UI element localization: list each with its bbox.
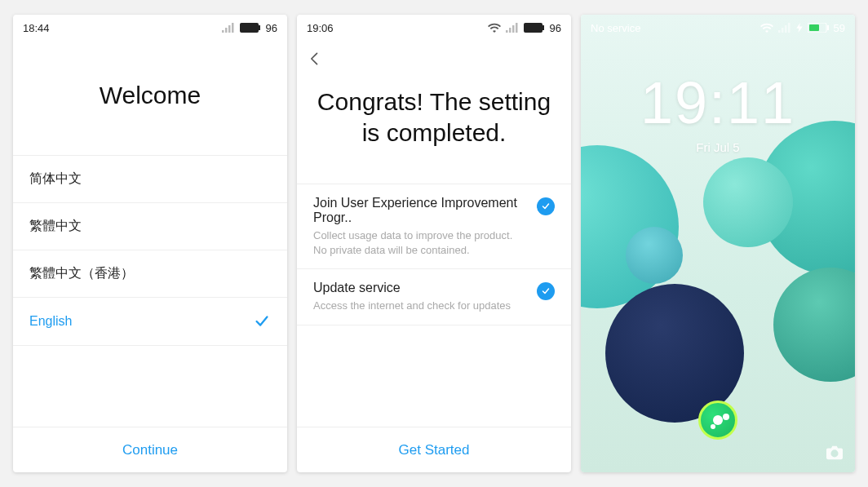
lock-clock: 19:11 bbox=[581, 73, 855, 132]
svg-rect-11 bbox=[524, 23, 542, 33]
svg-rect-0 bbox=[222, 30, 224, 33]
wallpaper-bubble bbox=[703, 157, 793, 247]
back-icon[interactable] bbox=[307, 51, 323, 67]
status-time: 19:06 bbox=[307, 22, 334, 34]
svg-rect-3 bbox=[232, 23, 234, 33]
check-circle-icon[interactable] bbox=[537, 197, 555, 215]
page-title: Welcome bbox=[13, 41, 287, 111]
continue-button[interactable]: Continue bbox=[13, 427, 287, 472]
battery-icon bbox=[240, 23, 261, 33]
language-option[interactable]: 繁體中文 bbox=[13, 203, 287, 250]
svg-rect-12 bbox=[542, 25, 544, 30]
bolt-icon bbox=[796, 23, 803, 33]
battery-text: 96 bbox=[266, 22, 277, 34]
check-icon bbox=[253, 312, 271, 330]
svg-rect-10 bbox=[516, 23, 518, 33]
wifi-icon bbox=[760, 23, 773, 33]
svg-rect-2 bbox=[228, 25, 231, 33]
battery-text: 59 bbox=[834, 22, 845, 34]
svg-rect-14 bbox=[782, 28, 784, 33]
wallpaper-bubble bbox=[626, 227, 683, 284]
signal-icon bbox=[778, 23, 791, 33]
option-row[interactable]: Join User Experience Improvement Progr..… bbox=[297, 184, 571, 269]
welcome-screen: 18:44 96 Welcome 简体中文 繁體中文 繁體中文（香港） Engl… bbox=[13, 15, 287, 472]
option-title: Join User Experience Improvement Progr.. bbox=[313, 196, 527, 225]
wallpaper-bubble bbox=[773, 268, 855, 382]
svg-rect-1 bbox=[225, 28, 228, 33]
svg-rect-9 bbox=[512, 25, 515, 33]
carrier-text: No service bbox=[591, 22, 640, 34]
status-time: 18:44 bbox=[23, 22, 50, 34]
language-list: 简体中文 繁體中文 繁體中文（香港） English bbox=[13, 155, 287, 427]
svg-rect-7 bbox=[506, 30, 508, 33]
option-row[interactable]: Update service Access the internet and c… bbox=[297, 269, 571, 325]
option-subtitle: Access the internet and check for update… bbox=[313, 299, 527, 313]
svg-rect-13 bbox=[778, 30, 781, 33]
status-bar: 18:44 96 bbox=[13, 15, 287, 41]
svg-rect-18 bbox=[827, 25, 829, 30]
battery-text: 96 bbox=[550, 22, 561, 34]
battery-icon bbox=[524, 23, 545, 33]
signal-icon bbox=[222, 23, 235, 33]
lock-date: Fri Jul 5 bbox=[581, 140, 855, 154]
option-subtitle: Collect usage data to improve the produc… bbox=[313, 228, 527, 257]
svg-rect-16 bbox=[788, 23, 790, 33]
svg-rect-19 bbox=[809, 24, 819, 31]
language-option[interactable]: 繁體中文（香港） bbox=[13, 250, 287, 298]
status-bar: No service 59 bbox=[581, 15, 855, 41]
language-option-selected[interactable]: English bbox=[13, 298, 287, 346]
completed-screen: 19:06 96 Congrats! The setting is comple… bbox=[297, 15, 571, 472]
svg-rect-15 bbox=[785, 25, 787, 33]
options-list: Join User Experience Improvement Progr..… bbox=[297, 184, 571, 325]
page-title: Congrats! The setting is completed. bbox=[297, 77, 571, 148]
unlock-handle[interactable] bbox=[698, 401, 737, 440]
svg-rect-5 bbox=[259, 25, 260, 30]
battery-icon bbox=[808, 23, 829, 33]
svg-rect-6 bbox=[241, 24, 257, 31]
language-option[interactable]: 简体中文 bbox=[13, 155, 287, 203]
svg-rect-8 bbox=[509, 28, 512, 33]
check-circle-icon[interactable] bbox=[537, 282, 555, 300]
status-bar: 19:06 96 bbox=[297, 15, 571, 41]
camera-icon[interactable] bbox=[826, 445, 844, 461]
wifi-icon bbox=[488, 23, 501, 33]
lock-screen: No service 59 19:11 Fri Jul 5 bbox=[581, 15, 855, 472]
option-title: Update service bbox=[313, 281, 527, 295]
signal-icon bbox=[506, 23, 519, 33]
get-started-button[interactable]: Get Started bbox=[297, 427, 571, 472]
